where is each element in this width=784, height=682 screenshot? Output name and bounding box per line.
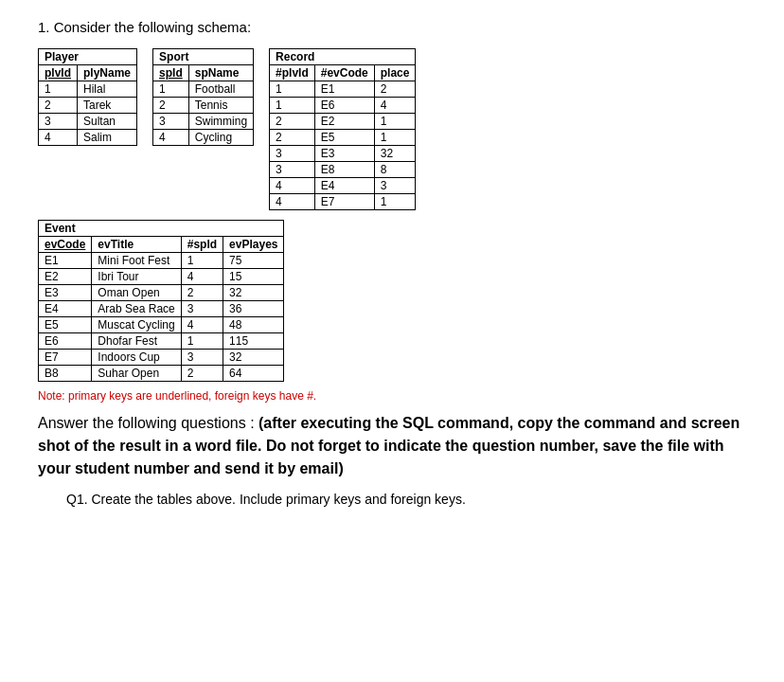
table-row: 1E64	[270, 98, 416, 114]
table-row: E2Ibri Tour415	[39, 269, 284, 285]
record-table-container: Record #plvId #evCode place 1E121E642E21…	[269, 48, 416, 210]
sport-table-title: Sport	[153, 49, 254, 65]
event-table: Event evCode evTitle #spId evPlayes E1Mi…	[38, 220, 284, 382]
table-row: 4E71	[270, 194, 416, 210]
table-row: 4Salim	[39, 130, 137, 146]
table-row: 3E88	[270, 162, 416, 178]
table-row: 2Tennis	[153, 98, 254, 114]
sport-col-spid: spId	[153, 65, 189, 81]
table-row: E3Oman Open232	[39, 285, 284, 301]
tables-section: Player plvId plyName 1Hilal2Tarek3Sultan…	[38, 48, 746, 210]
question-header: 1. Consider the following schema:	[38, 19, 746, 35]
sport-table: Sport spId spName 1Football2Tennis3Swimm…	[152, 48, 254, 146]
table-row: 1E12	[270, 81, 416, 98]
table-row: 4E43	[270, 178, 416, 194]
event-col-evplayes: evPlayes	[223, 237, 284, 253]
player-table-container: Player plvId plyName 1Hilal2Tarek3Sultan…	[38, 48, 137, 146]
q1-text: Q1. Create the tables above. Include pri…	[66, 492, 746, 507]
record-col-place: place	[374, 65, 416, 81]
table-row: 2E21	[270, 114, 416, 130]
player-col-plvid: plvId	[39, 65, 78, 81]
record-table: Record #plvId #evCode place 1E121E642E21…	[269, 48, 416, 210]
record-table-title: Record	[270, 49, 416, 65]
sport-col-spname: spName	[188, 65, 253, 81]
table-row: 1Hilal	[39, 81, 137, 98]
table-row: 3Sultan	[39, 114, 137, 130]
player-table: Player plvId plyName 1Hilal2Tarek3Sultan…	[38, 48, 137, 146]
note-text: Note: primary keys are underlined, forei…	[38, 389, 746, 403]
table-row: 3E332	[270, 146, 416, 162]
player-table-title: Player	[39, 49, 137, 65]
record-col-plvid: #plvId	[270, 65, 315, 81]
event-col-evcode: evCode	[39, 237, 92, 253]
table-row: 2E51	[270, 130, 416, 146]
table-row: 4Cycling	[153, 130, 254, 146]
instruction-text: Answer the following questions : (after …	[38, 412, 746, 480]
table-row: E6Dhofar Fest1115	[39, 333, 284, 350]
table-row: E4Arab Sea Race336	[39, 301, 284, 317]
table-row: 3Swimming	[153, 114, 254, 130]
event-col-evtitle: evTitle	[92, 237, 181, 253]
table-row: 2Tarek	[39, 98, 137, 114]
table-row: E1Mini Foot Fest175	[39, 253, 284, 269]
sport-table-container: Sport spId spName 1Football2Tennis3Swimm…	[152, 48, 254, 146]
table-row: E7Indoors Cup332	[39, 350, 284, 366]
record-col-evcode: #evCode	[314, 65, 374, 81]
event-table-title: Event	[39, 221, 284, 237]
table-row: B8Suhar Open264	[39, 366, 284, 382]
event-table-container: Event evCode evTitle #spId evPlayes E1Mi…	[38, 220, 746, 382]
event-col-spid: #spId	[181, 237, 223, 253]
table-row: 1Football	[153, 81, 254, 98]
table-row: E5Muscat Cycling448	[39, 317, 284, 333]
player-col-plyname: plyName	[78, 65, 137, 81]
